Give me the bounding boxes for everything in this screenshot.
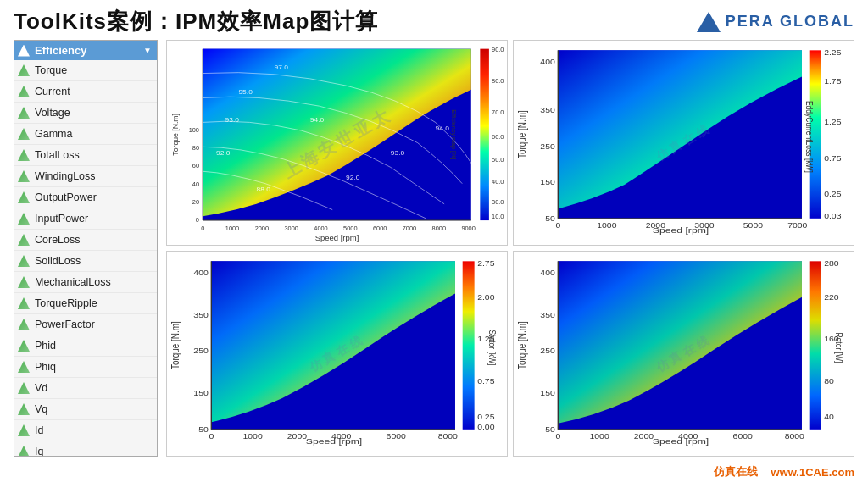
footer-line1: 仿真在线 <box>714 464 758 480</box>
sidebar-item[interactable]: WindingLoss <box>14 166 157 187</box>
efficiency-map-svg: 97.0 95.0 93.0 92.0 92.0 93.0 94.0 94.0 … <box>167 41 507 245</box>
sidebar-item[interactable]: MechanicalLoss <box>14 272 157 293</box>
svg-text:Torque [N.m]: Torque [N.m] <box>516 321 527 369</box>
sidebar-item[interactable]: SolidLoss <box>14 251 157 272</box>
footer-url: www.1CAE.com <box>771 466 854 479</box>
sidebar-item[interactable]: Iq <box>14 441 157 457</box>
sidebar-item[interactable]: Gamma <box>14 124 157 145</box>
svg-text:0.03: 0.03 <box>824 212 841 220</box>
sidebar-item[interactable]: Voltage <box>14 103 157 124</box>
sidebar-item[interactable]: Phid <box>14 336 157 357</box>
sidebar-list: TorqueCurrentVoltageGammaTotalLossWindin… <box>14 60 157 457</box>
stator-chart: Speed [rpm] Torque [N.m] 50 150 250 350 … <box>166 251 508 457</box>
svg-text:94.0: 94.0 <box>436 125 450 132</box>
sidebar-selected-label: Efficiency <box>35 44 86 57</box>
footer: 仿真在线 www.1CAE.com <box>0 460 868 484</box>
svg-text:Torque [N.m]: Torque [N.m] <box>170 114 179 156</box>
svg-text:0: 0 <box>555 432 560 441</box>
svg-text:350: 350 <box>540 106 554 114</box>
svg-text:90.0: 90.0 <box>492 47 504 53</box>
svg-text:9000: 9000 <box>461 225 475 231</box>
svg-text:50: 50 <box>198 425 209 434</box>
sidebar-item[interactable]: Vq <box>14 399 157 420</box>
sidebar-selected-item[interactable]: Efficiency ▼ <box>14 41 157 60</box>
svg-text:1.25: 1.25 <box>824 118 841 126</box>
svg-text:150: 150 <box>540 389 554 397</box>
svg-text:350: 350 <box>193 311 208 319</box>
logo-area: PERA GLOBAL <box>697 12 854 32</box>
svg-text:8000: 8000 <box>438 432 458 441</box>
sidebar-item[interactable]: Id <box>14 420 157 441</box>
svg-text:280: 280 <box>824 259 838 268</box>
svg-text:40: 40 <box>824 413 834 421</box>
stator-chart-svg: Speed [rpm] Torque [N.m] 50 150 250 350 … <box>167 252 507 456</box>
header: ToolKits案例：IPM效率Map图计算 PERA GLOBAL <box>0 0 868 40</box>
sidebar-item[interactable]: CoreLoss <box>14 230 157 251</box>
svg-text:0.75: 0.75 <box>477 377 494 385</box>
svg-text:70.0: 70.0 <box>492 109 504 115</box>
sidebar-item[interactable]: PowerFactor <box>14 314 157 336</box>
svg-text:93.0: 93.0 <box>391 149 405 157</box>
svg-rect-104 <box>810 261 821 429</box>
main-layout: Efficiency ▼ TorqueCurrentVoltageGammaTo… <box>0 40 868 460</box>
page-title: ToolKits案例：IPM效率Map图计算 <box>14 7 378 36</box>
svg-text:80.0: 80.0 <box>492 78 504 84</box>
svg-text:Speed [rpm]: Speed [rpm] <box>315 235 359 243</box>
sidebar-item[interactable]: OutputPower <box>14 187 157 208</box>
eddy-chart-svg: Speed [rpm] Torque [N.m] 0 1000 2000 300… <box>514 41 854 245</box>
svg-text:50: 50 <box>545 425 555 434</box>
svg-text:Torque [N.m]: Torque [N.m] <box>170 321 181 369</box>
svg-text:0.25: 0.25 <box>477 413 494 421</box>
svg-text:250: 250 <box>540 347 554 355</box>
svg-text:220: 220 <box>824 293 838 302</box>
sidebar-item[interactable]: InputPower <box>14 208 157 230</box>
svg-text:Torque [N.m]: Torque [N.m] <box>516 110 527 158</box>
sidebar: Efficiency ▼ TorqueCurrentVoltageGammaTo… <box>14 40 158 457</box>
svg-rect-30 <box>480 49 489 220</box>
svg-text:7000: 7000 <box>787 221 807 230</box>
svg-text:88.0: 88.0 <box>257 186 271 194</box>
svg-text:100: 100 <box>189 127 199 133</box>
svg-text:2.25: 2.25 <box>824 48 841 57</box>
svg-text:92.0: 92.0 <box>346 174 360 181</box>
svg-text:1.75: 1.75 <box>824 77 841 86</box>
svg-text:1000: 1000 <box>597 221 616 230</box>
svg-text:0: 0 <box>209 432 214 441</box>
svg-text:1000: 1000 <box>225 225 239 231</box>
svg-text:400: 400 <box>540 58 554 66</box>
svg-text:10.0: 10.0 <box>492 214 504 219</box>
sidebar-item[interactable]: Vd <box>14 378 157 399</box>
svg-text:92.0: 92.0 <box>216 149 231 157</box>
svg-text:80: 80 <box>192 145 199 151</box>
logo-text: PERA GLOBAL <box>726 13 854 30</box>
svg-text:93.0: 93.0 <box>225 117 240 125</box>
sidebar-item[interactable]: Current <box>14 81 157 103</box>
svg-text:6000: 6000 <box>373 225 387 231</box>
sidebar-item[interactable]: Torque <box>14 60 157 81</box>
svg-text:6000: 6000 <box>733 432 753 441</box>
svg-text:150: 150 <box>193 389 208 397</box>
svg-text:20: 20 <box>192 199 199 205</box>
efficiency-map-chart: 97.0 95.0 93.0 92.0 92.0 93.0 94.0 94.0 … <box>166 40 508 246</box>
sidebar-item[interactable]: TotalLoss <box>14 145 157 166</box>
svg-text:8000: 8000 <box>432 225 446 231</box>
svg-text:1000: 1000 <box>243 432 263 441</box>
svg-text:4000: 4000 <box>314 225 327 231</box>
chevron-down-icon: ▼ <box>143 46 152 55</box>
svg-text:95.0: 95.0 <box>238 88 253 96</box>
sidebar-item[interactable]: Phiq <box>14 357 157 378</box>
sidebar-item[interactable]: TorqueRipple <box>14 293 157 314</box>
svg-text:EddyCurrentLoss [kW]: EddyCurrentLoss [kW] <box>804 101 815 173</box>
svg-rect-80 <box>463 261 475 429</box>
svg-text:0: 0 <box>201 225 204 231</box>
svg-text:2000: 2000 <box>646 221 665 230</box>
svg-text:5000: 5000 <box>343 225 357 231</box>
svg-text:60.0: 60.0 <box>492 134 504 140</box>
svg-text:50.0: 50.0 <box>492 157 504 163</box>
svg-text:250: 250 <box>540 142 554 151</box>
svg-text:4000: 4000 <box>331 432 351 441</box>
eddy-current-loss-chart: Speed [rpm] Torque [N.m] 0 1000 2000 300… <box>513 40 854 246</box>
charts-area: 97.0 95.0 93.0 92.0 92.0 93.0 94.0 94.0 … <box>166 40 854 457</box>
rotor-chart: Speed [rpm] Torque [N.m] 50 150 250 350 … <box>513 251 854 457</box>
svg-text:150: 150 <box>540 178 554 186</box>
